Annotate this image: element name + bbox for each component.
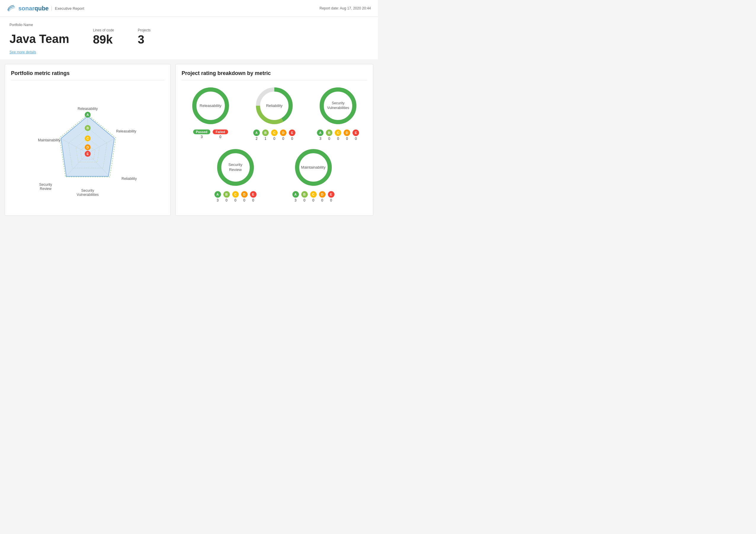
portfolio-label: Portfolio Name [10,23,368,27]
security-vuln-rating-row: A 3 B 0 C 0 D 0 [317,129,359,141]
breakdown-top-row: Releasability Passed 3 Failed 0 [182,85,367,141]
radar-chart: A B C D E Releasability Maintaina [11,85,164,210]
donut-label-security-vuln: SecurityVulnerabilities [327,101,349,110]
maint-d: D 0 [319,191,326,202]
metric-card-security-vulnerabilities: SecurityVulnerabilities A 3 B 0 C 0 [309,85,367,141]
reliability-c: C 0 [271,129,278,141]
svg-text:Security: Security [39,183,52,187]
svg-text:Reliability: Reliability [122,177,137,181]
loc-value: 89k [93,33,114,46]
reliability-b: B 1 [262,129,269,141]
releasability-rating-row: Passed 3 Failed 0 [193,129,228,139]
sonarqube-logo-icon [7,4,15,13]
donut-label-security-review: SecurityReview [229,162,242,173]
reliability-rating-row: A 2 B 1 C 0 D 0 [253,129,295,141]
releasability-failed: Failed 0 [213,129,228,139]
projects-label: Projects [138,28,150,32]
right-panel-title: Project rating breakdown by metric [182,70,367,80]
maint-b: B 0 [301,191,308,202]
reliability-d: D 0 [280,129,286,141]
svg-text:Releasability: Releasability [78,107,98,111]
donut-reliability: Reliability [254,85,295,126]
secvuln-b: B 0 [326,129,332,141]
right-panel: Project rating breakdown by metric Relea… [176,64,373,216]
left-panel-title: Portfolio metric ratings [11,70,164,80]
loc-label: Lines of code [93,28,114,32]
portfolio-name: Java Team [10,32,69,46]
metric-card-releasability: Releasability Passed 3 Failed 0 [182,85,239,141]
secvuln-e: E 0 [353,129,359,141]
secrev-a: A 3 [214,191,221,202]
releasability-passed: Passed 3 [193,129,211,139]
logo-area: sonarqube Executive Report [7,4,84,13]
secrev-e: E 0 [250,191,256,202]
svg-text:C: C [87,137,89,140]
projects-value: 3 [138,33,150,46]
secvuln-d: D 0 [344,129,350,141]
svg-text:Maintainability: Maintainability [38,138,61,142]
breakdown-bottom-row: SecurityReview A 3 B 0 C 0 [182,147,367,202]
main-content: Portfolio metric ratings [0,59,378,220]
donut-security-vulnerabilities: SecurityVulnerabilities [317,85,359,126]
svg-text:Review: Review [40,187,52,191]
donut-label-maintainability: Maintainability [301,165,325,170]
reliability-e: E 0 [289,129,295,141]
svg-text:Security: Security [81,188,94,193]
logo-text: sonarqube [18,5,49,12]
secrev-b: B 0 [223,191,230,202]
secvuln-a: A 3 [317,129,323,141]
left-panel: Portfolio metric ratings [5,64,171,216]
donut-maintainability: Maintainability [293,147,334,188]
svg-text:Vulnerabilities: Vulnerabilities [77,193,99,197]
metric-card-security-review: SecurityReview A 3 B 0 C 0 [199,147,271,202]
svg-text:E: E [87,152,89,155]
svg-text:B: B [87,126,89,130]
reliability-a: A 2 [253,129,260,141]
metric-card-maintainability: Maintainability A 3 B 0 C 0 [277,147,349,202]
maint-e: E 0 [328,191,335,202]
see-more-link[interactable]: See more details [10,50,36,54]
svg-text:D: D [87,146,89,149]
metric-card-reliability: Reliability A 2 B 1 C 0 [245,85,303,141]
report-date: Report date: Aug 17, 2020 20:44 [320,6,371,10]
secvuln-c: C 0 [335,129,341,141]
donut-releasability: Releasability [190,85,231,126]
svg-text:Releasability: Releasability [116,129,136,133]
svg-text:A: A [87,113,89,117]
secrev-c: C 0 [232,191,239,202]
secrev-d: D 0 [241,191,248,202]
radar-svg: A B C D E Releasability Maintaina [14,88,162,207]
maintainability-rating-row: A 3 B 0 C 0 D 0 [292,191,335,202]
donut-label-releasability: Releasability [200,103,222,108]
report-subtitle: Executive Report [52,6,84,11]
donut-label-reliability: Reliability [266,103,283,108]
maint-c: C 0 [310,191,317,202]
header: sonarqube Executive Report Report date: … [0,0,378,17]
donut-security-review: SecurityReview [215,147,256,188]
maint-a: A 3 [292,191,299,202]
security-review-rating-row: A 3 B 0 C 0 D 0 [214,191,256,202]
